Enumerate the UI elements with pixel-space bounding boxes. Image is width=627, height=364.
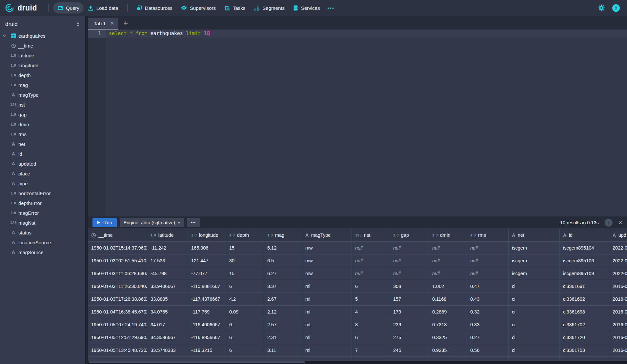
- table-cell[interactable]: 0.9235: [429, 344, 467, 356]
- table-cell[interactable]: null: [390, 242, 429, 254]
- column-item-status[interactable]: Astatus: [0, 228, 85, 237]
- table-cell[interactable]: ci: [509, 331, 560, 344]
- table-cell[interactable]: 17.533: [147, 254, 188, 267]
- column-item-id[interactable]: Aid: [0, 149, 85, 159]
- table-cell[interactable]: 6: [352, 331, 390, 344]
- tab-tab1[interactable]: Tab 1 ×: [88, 18, 118, 30]
- table-cell[interactable]: -115.8881667: [188, 280, 226, 293]
- table-cell[interactable]: 0.27: [467, 331, 509, 344]
- table-cell[interactable]: 0.32: [467, 306, 509, 318]
- table-cell[interactable]: ci: [509, 280, 560, 293]
- table-cell[interactable]: null: [429, 242, 467, 254]
- nav-query[interactable]: Query: [53, 2, 84, 13]
- column-item-place[interactable]: Aplace: [0, 169, 85, 178]
- table-cell[interactable]: 1950-01-03T11:06:28.640Z: [88, 267, 147, 280]
- column-header-net[interactable]: Anet: [509, 229, 560, 241]
- table-cell[interactable]: 33.9406667: [147, 280, 188, 293]
- nav-more-button[interactable]: •••: [324, 5, 338, 11]
- table-cell[interactable]: 1950-01-05T12:51:29.690Z: [88, 331, 147, 344]
- table-cell[interactable]: ml: [302, 306, 352, 318]
- nav-tasks[interactable]: Tasks: [220, 2, 250, 13]
- table-cell[interactable]: 6: [226, 344, 264, 356]
- table-cell[interactable]: 6.5: [264, 254, 302, 267]
- column-header-nst[interactable]: 123nst: [352, 229, 390, 241]
- table-cell[interactable]: 15: [226, 267, 264, 280]
- close-results-icon[interactable]: ×: [618, 219, 622, 226]
- column-header-rms[interactable]: 1.0rms: [467, 229, 509, 241]
- table-cell[interactable]: iscgem: [509, 254, 560, 267]
- table-cell[interactable]: ci3361691: [560, 280, 609, 293]
- table-cell[interactable]: ci3361692: [560, 293, 609, 305]
- column-header-__time[interactable]: __time: [88, 229, 147, 241]
- table-cell[interactable]: 34.3586667: [147, 331, 188, 344]
- table-cell[interactable]: 1950-01-02T15:14:37.960Z: [88, 242, 147, 254]
- table-cell[interactable]: 6: [226, 318, 264, 331]
- column-header-longitude[interactable]: 1.0longitude: [188, 229, 226, 241]
- engine-select-button[interactable]: Engine: auto (sql-native) ▾: [120, 218, 184, 227]
- table-cell[interactable]: -116.8856667: [188, 331, 226, 344]
- table-cell[interactable]: 6: [226, 331, 264, 344]
- table-cell[interactable]: 33.5748333: [147, 344, 188, 356]
- table-cell[interactable]: 2.67: [264, 293, 302, 305]
- table-cell[interactable]: null: [390, 267, 429, 280]
- table-cell[interactable]: 2016-0: [609, 293, 627, 305]
- run-button[interactable]: Run: [92, 218, 117, 227]
- table-cell[interactable]: 2016-0: [609, 331, 627, 344]
- table-cell[interactable]: 0.3325: [429, 331, 467, 344]
- table-cell[interactable]: 4.2: [226, 293, 264, 305]
- table-cell[interactable]: 33.8885: [147, 293, 188, 305]
- table-cell[interactable]: -11.242: [147, 242, 188, 254]
- table-cell[interactable]: 157: [390, 293, 429, 305]
- table-cell[interactable]: 3.11: [264, 344, 302, 356]
- table-cell[interactable]: ml: [302, 293, 352, 305]
- table-cell[interactable]: ml: [302, 344, 352, 356]
- table-cell[interactable]: mw: [302, 254, 352, 267]
- table-cell[interactable]: ml: [302, 318, 352, 331]
- column-item-magType[interactable]: AmagType: [0, 90, 85, 100]
- table-cell[interactable]: null: [467, 267, 509, 280]
- table-cell[interactable]: 2016-0: [609, 344, 627, 356]
- table-cell[interactable]: 0.33: [467, 318, 509, 331]
- table-cell[interactable]: null: [352, 267, 390, 280]
- table-cell[interactable]: 121.447: [188, 254, 226, 267]
- table-cell[interactable]: -116.4006667: [188, 318, 226, 331]
- column-item-gap[interactable]: 1.0gap: [0, 110, 85, 119]
- table-cell[interactable]: ci: [509, 306, 560, 318]
- table-cell[interactable]: 6.27: [264, 267, 302, 280]
- table-cell[interactable]: 308: [390, 280, 429, 293]
- column-item-depth[interactable]: 1.0depth: [0, 70, 85, 80]
- table-cell[interactable]: null: [352, 254, 390, 267]
- column-item-__time[interactable]: __time: [0, 41, 85, 51]
- table-cell[interactable]: iscgem895106: [560, 254, 609, 267]
- column-item-nst[interactable]: 123nst: [0, 100, 85, 110]
- table-cell[interactable]: 0.47: [467, 280, 509, 293]
- nav-segments[interactable]: Segments: [250, 2, 289, 13]
- table-cell[interactable]: mw: [302, 267, 352, 280]
- chevron-down-icon[interactable]: [0, 34, 9, 38]
- table-cell[interactable]: 34.017: [147, 318, 188, 331]
- editor-line-1[interactable]: 1 select * from earthquakes limit 10: [88, 30, 627, 38]
- table-cell[interactable]: 1950-01-03T17:26:38.860Z: [88, 293, 147, 305]
- column-item-longitude[interactable]: 1.0longitude: [0, 60, 85, 70]
- download-icon[interactable]: ↓: [605, 219, 613, 227]
- column-item-horizontalError[interactable]: 1.0horizontalError: [0, 188, 85, 198]
- nav-supervisors[interactable]: Supervisors: [177, 2, 220, 13]
- table-cell[interactable]: 0.43: [467, 293, 509, 305]
- table-cell[interactable]: ml: [302, 331, 352, 344]
- column-item-depthError[interactable]: 1.0depthError: [0, 198, 85, 208]
- horizontal-scrollbar[interactable]: [88, 361, 627, 364]
- table-cell[interactable]: -77.077: [188, 267, 226, 280]
- table-cell[interactable]: ci3361720: [560, 331, 609, 344]
- table-cell[interactable]: 1950-01-05T13:45:48.730Z: [88, 344, 147, 356]
- table-cell[interactable]: 1.002: [429, 280, 467, 293]
- column-item-locationSource[interactable]: AlocationSource: [0, 237, 85, 247]
- column-item-updated[interactable]: Aupdated: [0, 159, 85, 169]
- table-cell[interactable]: 30: [226, 254, 264, 267]
- column-header-mag[interactable]: 1.0mag: [264, 229, 302, 241]
- table-cell[interactable]: 4: [352, 306, 390, 318]
- table-cell[interactable]: 15: [226, 242, 264, 254]
- table-cell[interactable]: 2022-0: [609, 254, 627, 267]
- nav-services[interactable]: Services: [289, 2, 324, 13]
- table-cell[interactable]: 2022-0: [609, 267, 627, 280]
- table-cell[interactable]: 2022-0: [609, 242, 627, 254]
